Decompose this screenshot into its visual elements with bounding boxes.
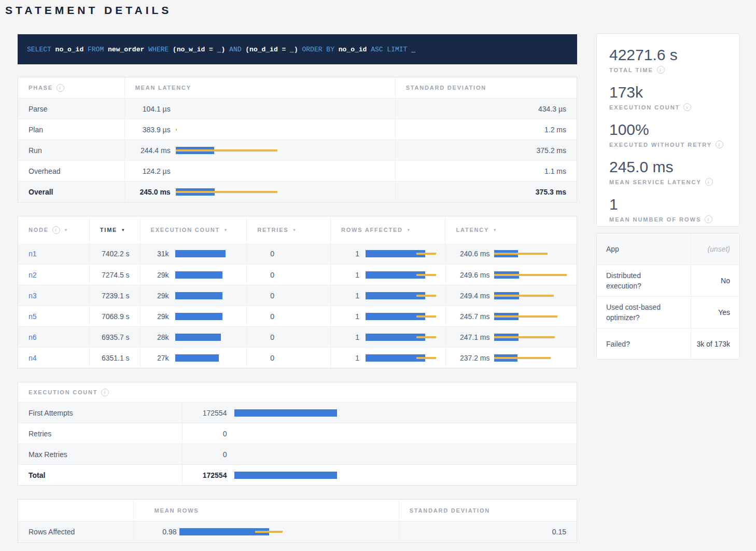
bar-mean-segment [175,250,226,257]
sort-arrow-icon: ▼ [407,228,412,232]
rows-affected-value: 1 [331,250,359,258]
sql-keyword: ASC LIMIT [367,46,411,53]
phase-label: Run [29,146,42,155]
rows-affected-bar [366,292,436,299]
stat-execution-count: 173k EXECUTION COUNTi [609,84,739,111]
time-value: 7274.5 s [102,271,130,279]
mean-number-of-rows-info-icon[interactable]: i [705,215,712,223]
stat-label: TOTAL TIME [609,67,653,73]
execution-count-info-icon[interactable]: i [683,103,691,111]
bar-stddev-whisker [416,253,436,255]
table-row: n66935.7 s28k01247.1 ms [18,326,577,347]
stat-total-time: 42271.6 s TOTAL TIMEi [609,46,739,74]
time-value: 6935.7 s [102,333,130,341]
stat-label: EXECUTION COUNT [609,104,680,111]
exec-row-label: Total [29,471,45,479]
execution-count-bar [175,250,226,257]
latency-value: 249.6 ms [446,271,490,279]
std-dev-column-header: STANDARD DEVIATION [406,85,486,91]
sql-keyword: SELECT [27,46,55,53]
exec-count-value: 29k [141,312,169,321]
exec-count-header-cell[interactable]: EXECUTION COUNT▼ [141,216,247,243]
mean-latency-bar [176,188,277,196]
stat-value: 100% [609,121,739,139]
node-link[interactable]: n3 [29,292,37,300]
total-time-info-icon[interactable]: i [657,66,665,74]
node-header-cell[interactable]: NODEi▼ [18,216,90,243]
phase-info-icon[interactable]: i [57,84,64,92]
table-row: Max Retries 0 [18,444,577,464]
bar-mean-segment [175,292,222,299]
std-dev-value: 1.1 ms [544,167,566,175]
phase-label: Overhead [29,167,60,175]
sql-statement: SELECT no_o_id FROM new_order WHERE (no_… [27,46,415,53]
execution-count-table: EXECUTION COUNTi First Attempts 172554 R… [18,382,577,486]
executed-without-retry-info-icon[interactable]: i [716,141,723,148]
mean-rows-header-cell: MEAN ROWS [134,500,399,521]
mean-service-latency-info-icon[interactable]: i [705,178,713,186]
node-link[interactable]: n2 [29,271,37,279]
time-header-cell[interactable]: TIME▼ [90,216,141,243]
node-table-header-row: NODEi▼ TIME▼ EXECUTION COUNT▼ RETRIES▼ R… [18,216,577,243]
bar-stddev-whisker [494,315,557,318]
table-row: n57068.9 s29k01245.7 ms [18,306,577,326]
node-link[interactable]: n5 [29,312,37,321]
exec-count-info-icon[interactable]: i [101,389,109,396]
cost-based-optimizer-row: Used cost-based optimizer? Yes [597,296,739,328]
node-link[interactable]: n4 [29,354,37,362]
detail-value: 3k of 173k [691,328,739,359]
rows-affected-bar [366,250,436,257]
exec-row-label: Max Retries [29,450,67,459]
sort-arrow-icon: ▼ [64,228,69,232]
rows-affected-header-cell[interactable]: ROWS AFFECTED▼ [331,216,446,243]
retries-value: 0 [270,333,274,341]
mean-latency-value: 244.4 ms [125,146,171,155]
exec-count-title: EXECUTION COUNT [29,389,97,395]
execution-count-bar [234,409,337,417]
sql-keyword: FROM [83,46,108,53]
mean-latency-bar [176,126,177,133]
detail-label: Failed? [597,328,691,359]
rows-affected-value: 1 [331,354,359,362]
bar-stddev-whisker [176,129,177,131]
mean-latency-header-cell: MEAN LATENCY [125,77,396,98]
stat-mean-number-of-rows: 1 MEAN NUMBER OF ROWSi [609,196,739,223]
table-row: Overall 245.0 ms 375.3 ms [18,181,577,202]
table-row: Plan 383.9 µs 1.2 ms [18,119,577,140]
sql-keyword: ORDER BY [298,46,339,53]
bar-stddev-whisker [176,191,277,193]
execution-count-bar [234,472,337,479]
time-value: 6351.1 s [102,354,130,362]
detail-label: Distributed execution? [597,265,691,296]
retries-column-header: RETRIES [257,227,288,233]
node-link[interactable]: n1 [29,250,37,258]
phase-label: Overall [29,188,53,196]
execution-count-bar [175,354,219,362]
mean-latency-value: 104.1 µs [125,105,171,113]
mean-rows-bar [179,528,283,535]
node-stats-table: NODEi▼ TIME▼ EXECUTION COUNT▼ RETRIES▼ R… [18,216,577,368]
latency-bar [494,313,557,320]
mean-latency-value: 383.9 µs [125,126,171,134]
latency-value: 237.2 ms [446,354,490,362]
latency-header-cell[interactable]: LATENCY▼ [445,216,577,243]
std-dev-value: 1.2 ms [544,126,566,134]
execution-count-bar [175,313,222,320]
std-dev-value: 375.2 ms [536,146,566,155]
bar-mean-segment [175,271,222,279]
std-dev-value: 375.3 ms [536,188,566,196]
latency-column-header: LATENCY [456,227,489,233]
exec-row-value: 0 [183,450,227,459]
table-row: First Attempts 172554 [18,402,577,423]
node-info-icon[interactable]: i [52,226,60,234]
node-link[interactable]: n6 [29,333,37,341]
retries-header-cell[interactable]: RETRIES▼ [247,216,331,243]
table-row: Run 244.4 ms 375.2 ms [18,140,577,160]
stat-label: EXECUTED WITHOUT RETRY [609,142,712,148]
rows-affected-bar [366,354,436,362]
stat-label: MEAN NUMBER OF ROWS [609,216,701,223]
bar-stddev-whisker [494,274,567,276]
rows-affected-value: 1 [331,292,359,300]
latency-value: 245.7 ms [446,312,490,321]
exec-row-label: First Attempts [29,409,73,417]
